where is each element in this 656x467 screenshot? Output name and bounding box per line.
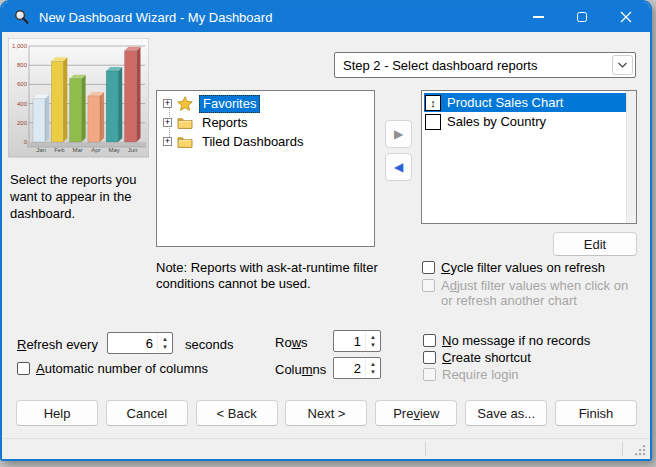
checkbox-create-shortcut[interactable]: Create shortcut [423, 350, 531, 365]
spinner-down-icon[interactable]: ▼ [370, 369, 376, 375]
checkbox-box[interactable] [422, 261, 435, 274]
title-bar[interactable]: New Dashboard Wizard - My Dashboard [2, 2, 650, 32]
checkbox-box [422, 279, 435, 292]
dialog-content: 02004006008001,000JanFebMarAprMayJun Sel… [2, 32, 650, 459]
add-report-button[interactable]: ▶ [385, 120, 412, 148]
minimize-button[interactable] [516, 2, 560, 32]
reorder-handle-icon[interactable]: ↕ [425, 95, 441, 111]
svg-text:May: May [109, 147, 120, 153]
step-selector-dropdown[interactable]: Step 2 - Select dashboard reports [334, 52, 636, 78]
refresh-seconds-spinner[interactable]: 6 ▲ ▼ [107, 332, 173, 354]
svg-text:Jan: Jan [36, 147, 46, 153]
runtime-filter-note: Note: Reports with ask-at-runtime filter… [156, 260, 378, 292]
finish-button[interactable]: Finish [555, 400, 637, 426]
tree-item-label[interactable]: Favorites [199, 95, 260, 113]
checkbox-box[interactable] [423, 334, 436, 347]
tree-item-favorites[interactable]: + Favorites [157, 94, 374, 113]
list-item-sales-by-country[interactable]: Sales by Country [424, 112, 626, 131]
svg-text:1,000: 1,000 [12, 43, 28, 49]
svg-text:Mar: Mar [72, 147, 82, 153]
save-as-button[interactable]: Save as... [465, 400, 547, 426]
seconds-label: seconds [185, 337, 233, 352]
spinner-up-icon[interactable]: ▲ [162, 336, 168, 342]
arrow-left-icon: ◀ [394, 160, 403, 174]
magnifier-icon [13, 9, 30, 26]
edit-button[interactable]: Edit [553, 232, 637, 256]
checkbox-automatic-columns[interactable]: Automatic number of columns [17, 361, 208, 376]
chevron-down-icon[interactable] [612, 55, 633, 75]
close-button[interactable] [604, 2, 648, 32]
wizard-instructions: Select the reports you want to appear in… [10, 171, 150, 222]
checkbox-require-login: Require login [423, 367, 519, 382]
columns-label: Columns [275, 362, 326, 377]
refresh-every-label: Refresh every [17, 337, 98, 352]
minimize-icon [533, 16, 544, 18]
spinner-up-icon[interactable]: ▲ [370, 334, 376, 340]
svg-text:800: 800 [17, 62, 28, 68]
status-bar [2, 438, 650, 459]
cancel-button[interactable]: Cancel [106, 400, 188, 426]
footer-button-bar: Help Cancel < Back Next > Preview Save a… [16, 400, 637, 426]
list-item-label[interactable]: Sales by Country [447, 114, 546, 129]
close-icon [620, 11, 632, 23]
svg-text:400: 400 [17, 101, 28, 107]
svg-text:600: 600 [17, 81, 28, 87]
tree-item-label[interactable]: Tiled Dashboards [199, 134, 306, 150]
folder-icon [177, 115, 194, 130]
svg-text:Apr: Apr [91, 147, 100, 153]
checkbox-box[interactable] [423, 351, 436, 364]
resize-grip[interactable] [634, 444, 647, 457]
checkbox-label: Require login [442, 367, 519, 382]
report-tree[interactable]: + Favorites + Reports [156, 90, 375, 247]
statusbar-separator [622, 442, 623, 456]
help-button[interactable]: Help [16, 400, 98, 426]
statusbar-separator [425, 442, 426, 456]
svg-text:200: 200 [17, 120, 28, 126]
checkbox-label: Cycle filter values on refresh [441, 260, 605, 275]
list-scrollbar[interactable] [626, 91, 636, 223]
folder-icon [177, 134, 194, 149]
checkbox-box[interactable] [17, 362, 30, 375]
checkbox-cycle-filter[interactable]: Cycle filter values on refresh [422, 260, 605, 275]
arrow-right-icon: ▶ [394, 127, 403, 141]
expand-plus-icon[interactable]: + [163, 137, 172, 146]
preview-button[interactable]: Preview [375, 400, 457, 426]
dialog-window: New Dashboard Wizard - My Dashboard [0, 0, 652, 461]
reorder-handle-icon[interactable] [425, 114, 441, 130]
checkbox-label: Adjust filter values when click on or re… [441, 278, 638, 308]
back-button[interactable]: < Back [196, 400, 278, 426]
checkbox-label: Automatic number of columns [36, 361, 208, 376]
expand-plus-icon[interactable]: + [163, 99, 172, 108]
checkbox-adjust-filter: Adjust filter values when click on or re… [422, 278, 638, 308]
tree-item-reports[interactable]: + Reports [157, 113, 374, 132]
expand-plus-icon[interactable]: + [163, 118, 172, 127]
tree-item-label[interactable]: Reports [199, 115, 251, 131]
spinner-down-icon[interactable]: ▼ [370, 342, 376, 348]
next-button[interactable]: Next > [285, 400, 367, 426]
svg-text:Feb: Feb [54, 147, 65, 153]
step-selector-value: Step 2 - Select dashboard reports [343, 58, 537, 73]
checkbox-no-message[interactable]: No message if no records [423, 333, 590, 348]
dashboard-preview-chart: 02004006008001,000JanFebMarAprMayJun [8, 38, 149, 166]
rows-label: Rows [275, 335, 308, 350]
list-item-label[interactable]: Product Sales Chart [447, 95, 563, 110]
remove-report-button[interactable]: ◀ [385, 153, 412, 181]
refresh-seconds-value[interactable]: 6 [108, 333, 157, 353]
rows-spinner[interactable]: 1 ▲ ▼ [333, 330, 381, 352]
maximize-icon [577, 12, 587, 22]
rows-value[interactable]: 1 [334, 331, 365, 351]
checkbox-label: No message if no records [442, 333, 590, 348]
spinner-down-icon[interactable]: ▼ [162, 344, 168, 350]
checkbox-box [423, 368, 436, 381]
checkbox-label: Create shortcut [442, 350, 531, 365]
list-item-product-sales-chart[interactable]: ↕ Product Sales Chart [424, 93, 626, 112]
window-title: New Dashboard Wizard - My Dashboard [39, 10, 272, 25]
maximize-button[interactable] [560, 2, 604, 32]
star-icon [177, 96, 194, 111]
columns-value[interactable]: 2 [334, 358, 365, 378]
selected-reports-list[interactable]: ↕ Product Sales Chart Sales by Country [421, 90, 637, 224]
svg-text:Jun: Jun [128, 147, 138, 153]
tree-item-tiled-dashboards[interactable]: + Tiled Dashboards [157, 132, 374, 151]
columns-spinner[interactable]: 2 ▲ ▼ [333, 357, 381, 379]
spinner-up-icon[interactable]: ▲ [370, 361, 376, 367]
